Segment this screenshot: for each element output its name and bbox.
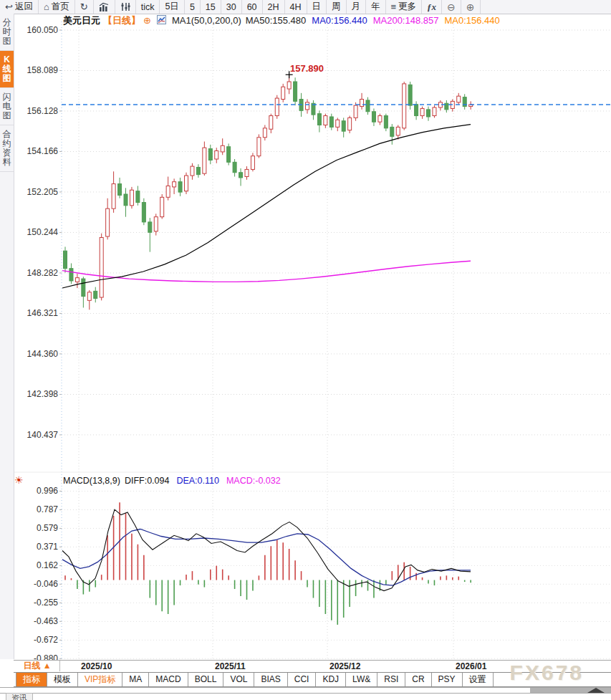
interval-5d-button[interactable]: 5日 — [160, 0, 184, 14]
tab-设置[interactable]: 设置 — [463, 673, 494, 686]
interval-week-button[interactable]: 周 — [327, 0, 347, 14]
macd-diff-value: DIFF:0.094 — [125, 476, 170, 486]
chart-title-row: 美元日元 【日线】 ⊕ MA1(50,0,200,0) MA50:155.480… — [63, 15, 500, 26]
tab-lw[interactable]: LW& — [346, 673, 377, 686]
x-axis-month-label: 2025/12 — [329, 661, 360, 671]
tab-rsi[interactable]: RSI — [377, 673, 405, 686]
x-axis-month-label: 2025/11 — [215, 661, 246, 671]
interval-daily-button[interactable]: 日 — [307, 0, 327, 14]
tab-ma[interactable]: MA — [122, 673, 149, 686]
formula-fx-button[interactable]: ƒx — [422, 0, 442, 14]
indicator-sliders-button[interactable] — [115, 0, 136, 14]
scrollbar-thumb[interactable] — [530, 688, 611, 693]
left-sidebar: 分时图K线图闪电图合约资料 — [0, 14, 14, 659]
zoom-out-button[interactable]: ⊖ — [442, 0, 461, 14]
price-axis-label: 150.244 — [27, 227, 59, 237]
bar-chart-button[interactable] — [94, 0, 115, 14]
sidebar-item-0[interactable]: 分时图 — [0, 14, 14, 51]
period-label: 【日线】 — [103, 14, 140, 27]
news-panel-tab[interactable]: 资讯 — [6, 693, 33, 700]
tab-boll[interactable]: BOLL — [188, 673, 224, 686]
ma200-line — [62, 261, 471, 282]
interval-15-button[interactable]: 15 — [201, 0, 221, 14]
ma200-value: MA200:148.857 — [373, 15, 439, 26]
interval-15-button-label: 15 — [206, 2, 216, 12]
interval-tick-button-label: tick — [141, 2, 155, 12]
price-axis-label: 158.089 — [27, 65, 59, 75]
macd-axis-label: 0.579 — [37, 523, 58, 533]
price-axis-label: 152.205 — [27, 187, 59, 197]
tab-kdj[interactable]: KDJ — [316, 673, 346, 686]
macd-histogram — [65, 502, 471, 625]
refresh-button[interactable]: ↻ — [75, 0, 94, 14]
macd-axis-label: -0.463 — [34, 616, 58, 626]
chart-plot-area[interactable]: 160.050158.089156.128154.166152.205150.2… — [0, 0, 611, 700]
horizontal-scrollbar[interactable] — [0, 687, 611, 694]
interval-5-button-label: 5 — [190, 2, 195, 12]
fx-icon: ƒx — [427, 2, 436, 11]
trading-app: 160.050158.089156.128154.166152.205150.2… — [0, 0, 611, 700]
interval-month-button[interactable]: 月 — [347, 0, 367, 14]
triangle-up-icon: ▲ — [43, 661, 52, 671]
tab-模板[interactable]: 模板 — [47, 673, 78, 686]
interval-30-button[interactable]: 30 — [221, 0, 242, 14]
scrollbar-arrow-icon[interactable] — [587, 688, 605, 693]
interval-tick-button[interactable]: tick — [136, 0, 160, 14]
ma-config-label: MA1(50,0,200,0) — [172, 15, 241, 26]
tab-bias[interactable]: BIAS — [254, 673, 287, 686]
macd-header-row: MACD(13,8,9) DIFF:0.094 DEA:0.110 MACD:-… — [63, 476, 281, 486]
line-chart-icon[interactable] — [157, 15, 166, 27]
sidebar-item-3[interactable]: 合约资料 — [0, 125, 14, 172]
tab-macd[interactable]: MACD — [149, 673, 188, 686]
zoom-in-button[interactable]: ⊕ — [461, 0, 481, 14]
ma0-blue-value: MA0:156.440 — [312, 15, 367, 26]
home-button[interactable]: ⌂首页 — [39, 0, 75, 14]
ma50-value: MA50:155.480 — [246, 15, 307, 26]
macd-axis-label: 0.162 — [37, 560, 58, 570]
period-selector-button[interactable]: 日线 ▲ — [15, 661, 60, 671]
interval-week-button-label: 周 — [332, 1, 341, 13]
add-indicator-icon[interactable]: ⊕ — [143, 15, 151, 26]
interval-5-button[interactable]: 5 — [185, 0, 201, 14]
tab-cci[interactable]: CCI — [288, 673, 317, 686]
sidebar-item-2[interactable]: 闪电图 — [0, 88, 14, 125]
tab-指标[interactable]: 指标 — [16, 673, 47, 686]
macd-axis-label: 0.371 — [37, 542, 58, 552]
price-axis-label: 142.398 — [27, 389, 59, 399]
peak-price-annotation: 157.890 — [290, 63, 324, 74]
home-icon: ⌂ — [44, 2, 49, 11]
vertical-gridlines — [14, 21, 611, 659]
back-button[interactable]: ↩返回 — [0, 0, 39, 14]
interval-year-button[interactable]: 年 — [366, 0, 386, 14]
tab-cr[interactable]: CR — [405, 673, 431, 686]
interval-daily-button-label: 日 — [312, 1, 322, 13]
interval-day-button[interactable]: 4H — [285, 0, 307, 14]
interval-month-button-label: 月 — [352, 1, 361, 13]
interval-2h-button-label: 2H — [268, 2, 279, 12]
x-axis-month-label: 2025/10 — [81, 661, 112, 671]
sidebar-item-1[interactable]: K线图 — [0, 51, 14, 88]
ma0-orange-value: MA0:156.440 — [444, 15, 499, 26]
interval-year-button-label: 年 — [371, 1, 380, 13]
tab-vip指标[interactable]: VIP指标 — [78, 673, 122, 686]
symbol-name: 美元日元 — [63, 14, 100, 27]
price-axis-label: 140.437 — [27, 430, 59, 440]
more-button[interactable]: ≡更多 — [386, 0, 423, 14]
macd-axis-label: -0.255 — [34, 598, 58, 608]
interval-60-button[interactable]: 60 — [242, 0, 263, 14]
price-gridlines: 160.050158.089156.128154.166152.205150.2… — [27, 25, 611, 440]
tab-vol[interactable]: VOL — [223, 673, 254, 686]
interval-30-button-label: 30 — [226, 2, 236, 12]
macd-settings-sun-icon[interactable]: ☀ — [14, 475, 24, 485]
price-axis-label: 144.360 — [27, 349, 59, 359]
bar-chart-icon — [99, 2, 110, 11]
price-axis-label: 154.166 — [27, 146, 59, 156]
period-selector-label: 日线 — [23, 661, 40, 671]
more-button-label: 更多 — [398, 1, 416, 13]
macd-macd-value: MACD:-0.032 — [226, 476, 281, 486]
interval-2h-button[interactable]: 2H — [263, 0, 285, 14]
macd-axis-label: -0.046 — [34, 579, 58, 589]
tab-psy[interactable]: PSY — [432, 673, 463, 686]
watermark-logo: FX678 — [510, 661, 584, 685]
top-toolbar: ↩返回⌂首页↻tick5日51530602H4H日周月年≡更多ƒx⊖⊕ — [0, 0, 611, 14]
